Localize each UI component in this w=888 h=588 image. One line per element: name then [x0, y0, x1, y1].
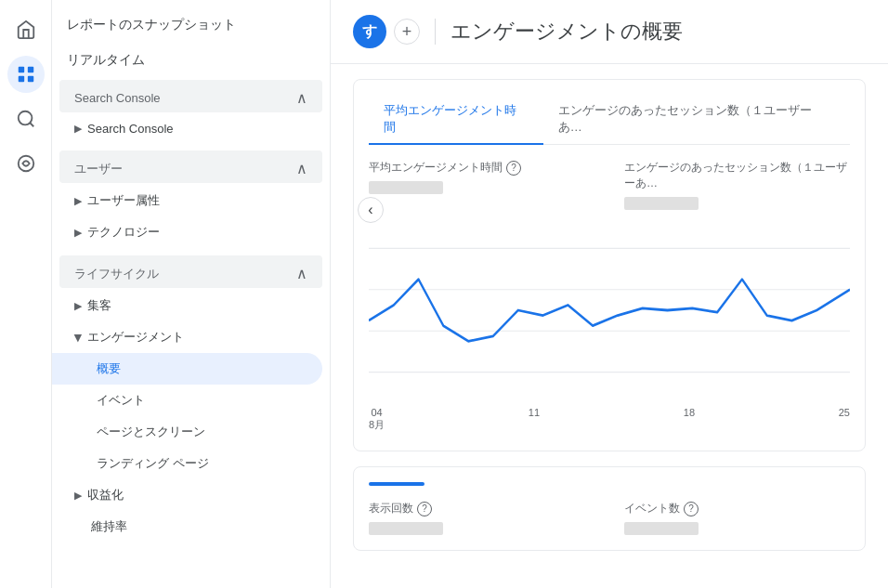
page-title: エンゲージメントの概要: [451, 18, 683, 46]
tab-engaged-sessions[interactable]: エンゲージのあったセッション数（１ユーザーあ…: [543, 95, 850, 145]
bottom-metrics-card: 表示回数 ? イベント数 ?: [353, 466, 866, 551]
chart-x-labels: 04 8月 11 18 25: [369, 403, 850, 436]
help-icon-views[interactable]: ?: [417, 502, 432, 516]
sidebar-section-lifecycle[interactable]: ライフサイクル ∧: [59, 255, 322, 288]
sidebar-item-technology[interactable]: ▶ テクノロジー: [52, 216, 330, 248]
metric-label-events-count: イベント数 ?: [624, 501, 850, 516]
sidebar-item-realtime[interactable]: リアルタイム: [52, 43, 330, 78]
card-tabs: 平均エンゲージメント時間 エンゲージのあったセッション数（１ユーザーあ…: [369, 95, 850, 145]
add-property-button[interactable]: +: [394, 19, 420, 45]
chart-label-25: 25: [839, 407, 850, 432]
bottom-metrics-row: 表示回数 ? イベント数 ?: [369, 501, 850, 535]
metric-label-views: 表示回数 ?: [369, 501, 594, 516]
arrow-icon: ▶: [74, 490, 82, 502]
chart-label-18: 18: [684, 407, 695, 432]
tab-avg-engagement[interactable]: 平均エンゲージメント時間: [369, 95, 543, 145]
metric-value-bar-avg: [369, 181, 443, 194]
sidebar: レポートのスナップショット リアルタイム Search Console ∧ ▶ …: [52, 0, 331, 588]
sidebar-item-engagement[interactable]: ▶ エンゲージメント: [52, 321, 330, 353]
metric-events-count: イベント数 ?: [624, 501, 850, 535]
sidebar-section-search-console[interactable]: Search Console ∧: [59, 80, 322, 112]
metric-engaged-sessions: エンゲージのあったセッション数（１ユーザーあ…: [624, 160, 850, 210]
advertising-nav-item[interactable]: [7, 145, 45, 182]
sidebar-item-user-attributes[interactable]: ▶ ユーザー属性: [52, 185, 330, 216]
main-chart-card: 平均エンゲージメント時間 エンゲージのあったセッション数（１ユーザーあ… ‹ 平…: [353, 79, 866, 451]
metric-label-avg-engagement: 平均エンゲージメント時間 ?: [369, 160, 594, 176]
metric-views: 表示回数 ?: [369, 501, 594, 535]
engagement-chart: [369, 217, 850, 403]
chevron-up-icon: ∧: [296, 89, 307, 107]
sidebar-item-snapshot[interactable]: レポートのスナップショット: [52, 7, 330, 43]
svg-rect-0: [18, 67, 23, 72]
avatar[interactable]: す: [353, 15, 386, 48]
sidebar-subitem-pages-screens[interactable]: ページとスクリーン: [52, 416, 330, 448]
svg-rect-1: [27, 67, 33, 72]
icon-rail: [0, 0, 52, 588]
arrow-open-icon: ▶: [72, 333, 85, 341]
sidebar-item-monetization[interactable]: ▶ 収益化: [52, 479, 330, 511]
topbar-divider: [435, 19, 436, 45]
arrow-icon: ▶: [74, 195, 82, 207]
sidebar-item-search-console[interactable]: ▶ Search Console: [52, 114, 330, 143]
sidebar-item-retention[interactable]: 維持率: [52, 511, 330, 542]
metric-value-bar-sessions: [624, 197, 699, 210]
sidebar-section-label: Search Console: [74, 91, 161, 105]
content-area: 平均エンゲージメント時間 エンゲージのあったセッション数（１ユーザーあ… ‹ 平…: [331, 64, 888, 588]
metric-label-engaged-sessions: エンゲージのあったセッション数（１ユーザーあ…: [624, 160, 850, 191]
sidebar-section-users[interactable]: ユーザー ∧: [59, 150, 322, 183]
reports-nav-item[interactable]: [7, 56, 45, 93]
sidebar-section-label: ユーザー: [74, 161, 123, 177]
arrow-icon: ▶: [74, 227, 82, 239]
svg-point-6: [18, 156, 33, 172]
arrow-icon: ▶: [74, 300, 82, 312]
metric-avg-engagement: 平均エンゲージメント時間 ?: [369, 160, 594, 210]
help-icon-events[interactable]: ?: [684, 502, 699, 516]
chevron-up-icon: ∧: [296, 265, 307, 282]
svg-point-4: [18, 111, 32, 125]
sidebar-subitem-landing-pages[interactable]: ランディング ページ: [52, 448, 330, 479]
sidebar-section-label: ライフサイクル: [74, 266, 159, 282]
sidebar-item-acquisition[interactable]: ▶ 集客: [52, 290, 330, 321]
chevron-up-icon: ∧: [296, 160, 307, 177]
svg-rect-2: [18, 76, 23, 82]
topbar: す + エンゲージメントの概要: [331, 0, 888, 64]
home-nav-item[interactable]: [7, 11, 45, 48]
sidebar-subitem-events[interactable]: イベント: [52, 385, 330, 416]
explore-nav-item[interactable]: [7, 100, 45, 137]
arrow-icon: ▶: [74, 123, 82, 135]
svg-rect-3: [27, 76, 33, 82]
svg-line-5: [30, 123, 33, 126]
metric-value-bar-events: [624, 522, 699, 535]
metric-value-bar-views: [369, 522, 443, 535]
help-icon-avg-engagement[interactable]: ?: [506, 161, 521, 176]
sidebar-subitem-overview[interactable]: 概要: [52, 353, 322, 385]
chart-label-11: 11: [529, 407, 540, 432]
chart-label-04: 04 8月: [369, 407, 385, 432]
main-content: す + エンゲージメントの概要 平均エンゲージメント時間 エンゲージのあったセッ…: [331, 0, 888, 588]
active-tab-indicator: [369, 482, 424, 486]
